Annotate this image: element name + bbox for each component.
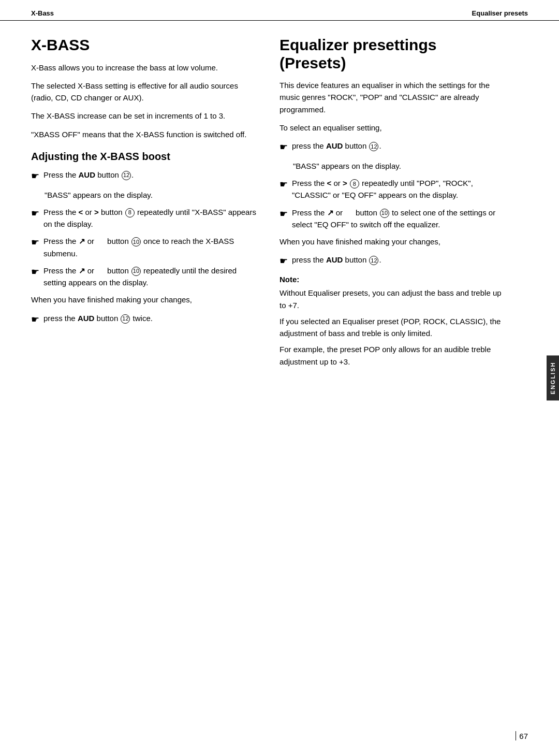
eq-to-select: To select an equaliser setting,: [280, 122, 507, 134]
page-header: X-Bass Equaliser presets: [0, 0, 559, 21]
note-label: Note:: [280, 275, 507, 284]
page: ENGLISH X-Bass Equaliser presets X-BASS …: [0, 0, 559, 756]
xbass-para-4: "XBASS OFF" means that the X-BASS functi…: [31, 128, 259, 140]
eq-intro: This device features an equaliser in whi…: [280, 79, 507, 115]
left-bullet-3-text: Press the ↗ or button 10 once to reach t…: [43, 235, 259, 259]
note-para-3: For example, the preset POP only allows …: [280, 343, 507, 368]
right-bullet-1-text: press the AUD button 12.: [292, 140, 507, 152]
page-number: 67: [519, 732, 528, 740]
right-bullet-list: ☛ press the AUD button 12. "BASS" appear…: [280, 140, 507, 230]
right-bullet-1: ☛ press the AUD button 12.: [280, 140, 507, 155]
right-last-bullet-text: press the AUD button 12.: [292, 254, 507, 266]
main-content: X-BASS X-Bass allows you to increase the…: [0, 21, 559, 383]
right-bullet-arrow-2: ☛: [280, 178, 288, 192]
left-when-finished: When you have finished making your chang…: [31, 294, 259, 306]
page-footer: 67: [516, 731, 528, 740]
right-last-bullet-list: ☛ press the AUD button 12.: [280, 254, 507, 269]
right-display-text-content: "BASS" appears on the display.: [280, 160, 507, 172]
right-bullet-arrow-3: ☛: [280, 207, 288, 222]
adjusting-title: Adjusting the X-BASS boost: [31, 151, 259, 163]
bullet-arrow-icon-2: ☛: [31, 207, 39, 221]
bullet-arrow-icon: ☛: [31, 169, 39, 184]
right-bullet-2-text: Press the < or > 8 repeatedly until "POP…: [292, 177, 507, 201]
left-last-bullet: ☛ press the AUD button 12 twice.: [31, 312, 259, 327]
left-column: X-BASS X-Bass allows you to increase the…: [31, 36, 259, 368]
left-bullet-3: ☛ Press the ↗ or button 10 once to reach…: [31, 235, 259, 259]
left-bullet-list: ☛ Press the AUD button 12. "BASS" appear…: [31, 169, 259, 289]
left-bullet-1-text: Press the AUD button 12.: [43, 169, 259, 181]
note-section: Note: Without Equaliser presets, you can…: [280, 275, 507, 368]
note-para-2: If you selected an Equaliser preset (POP…: [280, 315, 507, 340]
note-para-1: Without Equaliser presets, you can adjus…: [280, 287, 507, 311]
xbass-para-3: The X-BASS increase can be set in increm…: [31, 110, 259, 122]
left-bullet-2-text: Press the < or > button 8 repeatedly unt…: [43, 206, 259, 230]
right-bullet-3-text: Press the ↗ or button 10 to select one o…: [292, 207, 507, 231]
left-bullet-4: ☛ Press the ↗ or button 10 repeatedly un…: [31, 265, 259, 289]
language-tab: ENGLISH: [547, 356, 559, 401]
right-bullet-2: ☛ Press the < or > 8 repeatedly until "P…: [280, 177, 507, 201]
xbass-title: X-BASS: [31, 36, 259, 54]
left-display-text-1-content: "BASS" appears on the display.: [31, 189, 259, 201]
right-bullet-arrow-1: ☛: [280, 140, 288, 155]
left-bullet-1: ☛ Press the AUD button 12.: [31, 169, 259, 184]
left-last-bullet-text: press the AUD button 12 twice.: [43, 312, 259, 324]
eq-presets-title: Equalizer presettings (Presets): [280, 36, 507, 72]
header-left: X-Bass: [31, 9, 54, 17]
right-when-finished: When you have finished making your chang…: [280, 236, 507, 248]
footer-divider: [516, 731, 516, 740]
left-display-text-1: "BASS" appears on the display.: [31, 189, 259, 201]
xbass-para-1: X-Bass allows you to increase the bass a…: [31, 62, 259, 74]
header-right: Equaliser presets: [472, 9, 528, 17]
xbass-para-2: The selected X-Bass setting is effective…: [31, 80, 259, 104]
bullet-arrow-icon-5: ☛: [31, 313, 39, 327]
left-bullet-2: ☛ Press the < or > button 8 repeatedly u…: [31, 206, 259, 230]
right-bullet-3: ☛ Press the ↗ or button 10 to select one…: [280, 207, 507, 231]
right-last-bullet: ☛ press the AUD button 12.: [280, 254, 507, 269]
bullet-arrow-icon-4: ☛: [31, 265, 39, 280]
right-last-bullet-arrow: ☛: [280, 254, 288, 269]
right-column: Equalizer presettings (Presets) This dev…: [280, 36, 507, 368]
bullet-arrow-icon-3: ☛: [31, 236, 39, 250]
left-bullet-4-text: Press the ↗ or button 10 repeatedly unti…: [43, 265, 259, 289]
left-last-bullet-list: ☛ press the AUD button 12 twice.: [31, 312, 259, 327]
right-display-text: "BASS" appears on the display.: [280, 160, 507, 172]
